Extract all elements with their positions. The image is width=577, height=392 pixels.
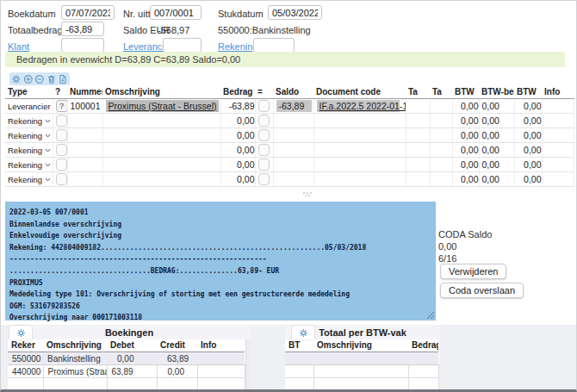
boekdatum-label: Boekdatum — [8, 9, 56, 19]
coda-statement-text: 2022-03-05 007/0001 Binnenlandse oversch… — [5, 202, 436, 324]
grid-header-row: Type ? Nummer Omschrijving Bedrag = Sald… — [5, 86, 574, 99]
klant-input[interactable] — [61, 38, 104, 53]
btw2-cell: 0,00 — [514, 128, 542, 143]
help-button[interactable]: ? — [56, 100, 68, 112]
document-export-icon[interactable] — [58, 74, 68, 84]
klant-link[interactable]: Klant — [8, 41, 29, 52]
balance-status-bar: Bedragen in evenwicht D=63,89 C=63,89 Sa… — [5, 52, 565, 67]
btw-vak-table: BT Omschrijving Bedrag — [285, 339, 439, 391]
equals-checkbox[interactable] — [258, 144, 270, 156]
btw-vak-row-empty — [285, 365, 438, 378]
row-checkbox[interactable] — [56, 129, 67, 141]
type-select[interactable]: Rekening — [8, 160, 53, 170]
col-bedrag: Bedrag — [220, 86, 255, 99]
chevron-down-icon — [45, 119, 51, 123]
verwijderen-button[interactable]: Verwijderen — [440, 264, 506, 279]
col-help: ? — [53, 86, 67, 99]
saldo-cell: -63,89 — [276, 100, 312, 112]
coda-saldo-label: CODA Saldo — [438, 229, 492, 240]
col-ta1: Ta — [406, 86, 430, 99]
equals-checkbox[interactable] — [258, 159, 270, 171]
boekdatum-input[interactable] — [61, 5, 115, 20]
grid-row-empty: Rekening 0,00 0,00 0,00 0,00 — [5, 114, 574, 128]
chevron-down-icon — [45, 163, 51, 167]
row-checkbox[interactable] — [56, 159, 67, 171]
coda-overslaan-button[interactable]: Coda overslaan — [440, 283, 524, 298]
stukdatum-input[interactable] — [268, 5, 322, 20]
equals-checkbox[interactable] — [258, 115, 270, 127]
rekening-link[interactable]: Rekening — [218, 41, 257, 52]
row-checkbox[interactable] — [56, 173, 67, 185]
trash-icon[interactable] — [47, 74, 57, 84]
boekingen-row[interactable]: 440000 Proximus (Straat - Bruss 63,89 0,… — [8, 365, 245, 378]
btw-bedrag-cell: 0,00 — [479, 99, 514, 114]
type-select[interactable]: Rekening — [8, 175, 53, 184]
boekingen-scrollbar[interactable] — [245, 339, 251, 392]
col-reker: Reker — [8, 339, 43, 352]
type-select[interactable]: Rekening — [8, 131, 53, 140]
btw2-cell: 0,00 — [514, 158, 542, 172]
col-debet: Debet — [107, 339, 157, 352]
gear-icon — [299, 328, 308, 338]
booking-grid: Type ? Nummer Omschrijving Bedrag = Sald… — [5, 86, 574, 187]
grid-row-empty: Rekening 0,00 0,00 0,00 0,00 — [5, 128, 574, 143]
resize-grip-icon[interactable] — [426, 311, 435, 320]
coda-saldo-value: 0,00 — [438, 241, 456, 252]
btw-bedrag-cell: 0,00 — [479, 128, 514, 143]
btw-bedrag-cell: 0,00 — [479, 143, 514, 158]
uittreksel-input[interactable] — [150, 5, 202, 20]
grid-toolbar — [9, 72, 70, 85]
col-bedrag: Bedrag — [408, 339, 438, 352]
add-circle-icon[interactable] — [23, 74, 34, 84]
btw2-cell: 0,00 — [514, 172, 542, 187]
bedrag-cell: -63,89 — [220, 99, 255, 114]
equals-checkbox[interactable] — [258, 129, 270, 141]
grid-row-empty: Rekening 0,00 0,00 0,00 0,00 — [5, 143, 574, 158]
coda-statement-textarea[interactable]: 2022-03-05 007/0001 Binnenlandse oversch… — [5, 202, 436, 320]
type-select[interactable]: Rekening — [8, 116, 53, 126]
btw-vak-settings-tab[interactable] — [292, 326, 314, 339]
col-info: Info — [197, 339, 245, 352]
col-document-code: Document code — [313, 86, 406, 99]
document-code-link[interactable]: IF.a.2022.5 2022-01-10 — [317, 100, 400, 112]
omschrijving-link[interactable]: Proximus (Straat - Brussel) — [106, 100, 219, 112]
col-btw2: BTW — [514, 86, 542, 99]
saldo-eur-value: -558,97 — [158, 25, 189, 35]
info-cell — [542, 99, 574, 114]
row-checkbox[interactable] — [56, 144, 67, 156]
equals-checkbox[interactable] — [258, 173, 270, 185]
totaalbedrag-input[interactable] — [61, 22, 104, 36]
rekening-input[interactable] — [253, 38, 295, 53]
row-checkbox[interactable] — [56, 115, 67, 127]
type-select[interactable]: Rekening — [8, 146, 53, 155]
leverancier-input[interactable] — [163, 38, 202, 53]
btw-vak-row-empty — [285, 378, 438, 391]
boekingen-settings-tab[interactable] — [9, 326, 32, 339]
grid-row-empty: Rekening 0,00 0,00 0,00 0,00 — [5, 158, 574, 172]
btw-cell: 0,00 — [452, 172, 479, 187]
bedrag-cell: 0,00 — [220, 172, 255, 187]
ta2-cell — [430, 99, 452, 114]
btw-vak-row-empty — [285, 352, 438, 365]
nummer-cell: 100001 — [67, 99, 102, 114]
btw-bedrag-cell: 0,00 — [479, 158, 514, 172]
boekingen-row-selected[interactable]: 550000 Bankinstelling 0,00 63,89 — [8, 352, 245, 365]
btw2-cell: 0,00 — [514, 114, 542, 128]
splitter-handle[interactable] — [303, 192, 313, 197]
chevron-down-icon — [45, 134, 51, 138]
type-select[interactable]: Leverancier — [8, 102, 53, 111]
boekingen-panel: Boekingen Reker Omschrijving Debet Credi… — [8, 326, 251, 392]
bedrag-cell: 0,00 — [220, 158, 255, 172]
ta1-cell — [406, 99, 430, 114]
bedrag-cell: 0,00 — [220, 143, 255, 158]
stukdatum-label: Stukdatum — [218, 9, 264, 19]
btw-bedrag-cell: 0,00 — [479, 172, 514, 187]
col-info: Info — [542, 86, 574, 99]
gear-icon[interactable] — [11, 74, 22, 84]
btw-vak-panel: Totaal per BTW-vak BT Omschrijving Bedra… — [285, 326, 440, 392]
equals-checkbox[interactable] — [258, 100, 270, 112]
btw-bedrag-cell: 0,00 — [479, 114, 514, 128]
col-saldo: Saldo — [273, 86, 313, 99]
bedrag-cell: 0,00 — [220, 114, 255, 128]
remove-circle-icon[interactable] — [34, 74, 45, 84]
